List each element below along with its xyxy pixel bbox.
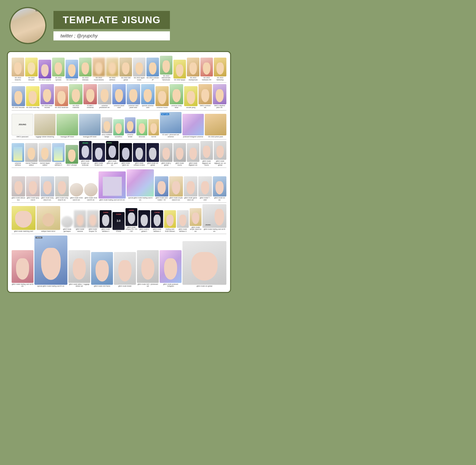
divider bbox=[12, 234, 226, 234]
card-label: SG 2022 makestar bbox=[69, 105, 83, 109]
card-label: glitch mode shopee PH / SG / MY bbox=[126, 226, 137, 232]
card-label: glitch mode glitch ver. bbox=[119, 162, 132, 166]
page-title: TEMPLATE JISUNG bbox=[63, 14, 161, 25]
title-box: TEMPLATE JISUNG bbox=[54, 11, 170, 29]
card-image bbox=[173, 143, 186, 162]
card-label: glitch mode scratch ver. lenticular bbox=[79, 160, 92, 166]
list-item: glitch mode tattoo + luggage sticker set bbox=[68, 250, 90, 287]
card-label: mernel Thailand edition bbox=[25, 162, 38, 166]
card-image: CASH bbox=[151, 210, 163, 228]
list-item: universe binder bbox=[125, 117, 136, 138]
card-image bbox=[25, 58, 38, 76]
card-image: CASH bbox=[126, 208, 137, 226]
card-label: glitch mode mumo bbox=[173, 162, 186, 166]
list-item: glitch mode deluxe box bbox=[12, 176, 25, 201]
card-image bbox=[69, 84, 83, 104]
card-label: SG 2022 ktown4u bbox=[12, 77, 24, 81]
card-image bbox=[26, 176, 40, 197]
list-item: SG 2022 hottracks KR bbox=[200, 58, 213, 81]
card-label: smcu emblem badge bbox=[102, 134, 112, 138]
card-image bbox=[114, 252, 136, 285]
card-label: universe jewel case bbox=[112, 105, 126, 109]
card-label: mernel bbox=[151, 136, 156, 138]
card-image bbox=[39, 60, 51, 78]
card-label: universe mumo bbox=[157, 107, 168, 108]
card-label: glitch mode smtown & store bbox=[133, 162, 145, 166]
card-label: SG 2022 tower records bbox=[41, 105, 54, 109]
card-label: glitch mode lucky draw A ver. bbox=[41, 197, 54, 201]
list-item: SG 2022 photo pack bbox=[205, 114, 226, 138]
card-image bbox=[146, 143, 159, 162]
card-image bbox=[113, 119, 124, 135]
card-label: glitch mode acrylic stand ice ver. bbox=[190, 226, 202, 232]
card-image bbox=[70, 183, 83, 197]
list-item: JISUNG glitch mode glitch ver. glitch ve… bbox=[106, 141, 119, 166]
list-item: glitch mode lucky draw A ver. bbox=[41, 176, 54, 201]
card-image bbox=[55, 176, 69, 197]
card-image bbox=[184, 86, 197, 106]
card-image bbox=[56, 114, 78, 135]
list-item: glitch mode acrylic stand ice ver. bbox=[190, 208, 202, 232]
card-label: SG 2022 SM global bbox=[119, 77, 132, 81]
list-item: CASH3.0 D'festa bbox=[112, 212, 124, 232]
card-image bbox=[160, 56, 173, 74]
card-image bbox=[137, 250, 159, 283]
card-image bbox=[98, 171, 126, 199]
card-label: universe card jewel case bbox=[127, 105, 140, 109]
card-label: glitch mode card holder + ID bbox=[155, 197, 168, 201]
list-item: glitch mode sm global bbox=[146, 143, 159, 166]
list-item: kwangya AR ticket bbox=[79, 114, 101, 138]
list-item: glitch mode glitch ver. bbox=[119, 143, 132, 166]
card-image: CASH3.0 bbox=[112, 212, 124, 230]
card-image bbox=[61, 216, 73, 228]
list-item: special glitch mode trading card A ver. bbox=[127, 169, 154, 201]
card-image bbox=[91, 252, 113, 285]
card-label: mernel Japan edition bbox=[39, 162, 51, 166]
card-image bbox=[183, 114, 204, 135]
card-image bbox=[83, 84, 97, 104]
list-item: SG 2022 SM global bbox=[119, 58, 132, 81]
list-item: universe photobook ver. bbox=[98, 84, 111, 109]
card-label: postcard hologram universe bbox=[183, 136, 203, 138]
list-item: glitch mode scratch ver. bbox=[93, 143, 105, 166]
list-item: glitch mode circle card B ver. bbox=[84, 183, 97, 201]
card-image bbox=[39, 143, 51, 162]
card-image bbox=[68, 250, 90, 283]
twitter-handle: twitter ; @ryupchy bbox=[60, 33, 97, 38]
list-item: SG 2022 interasia bbox=[79, 58, 92, 81]
card-label: universe lucky draw bbox=[170, 105, 183, 109]
card-image: CASH bbox=[100, 210, 112, 228]
list-item: SG 2022 fanveler bbox=[12, 86, 25, 109]
list-item: SG 2022 synnara bbox=[52, 58, 65, 81]
list-item: universe lucky draw bbox=[170, 84, 183, 109]
card-image bbox=[12, 143, 24, 162]
list-item: glitch mode shopee TH bbox=[87, 210, 99, 232]
list-item: glitch mode y global bbox=[160, 143, 173, 166]
list-item: glitch mode trading card set B ver. bbox=[12, 250, 33, 287]
card-label: special universe card bbox=[141, 105, 155, 109]
list-item: glitch mode 4x6 + photocard set bbox=[137, 250, 159, 287]
card-label: universe withfans 2 bbox=[52, 162, 65, 166]
card-label: SMCU passcard bbox=[17, 136, 28, 138]
list-item: glitch mode circle card A ver. bbox=[70, 183, 83, 201]
card-label: SG 2022 interasia bbox=[79, 77, 92, 81]
list-item: glitch mode game store ver. bbox=[184, 176, 197, 201]
list-item: glitch mode T - shirt bbox=[198, 176, 212, 201]
list-item: glitch mode withfans 3 bbox=[177, 210, 189, 232]
card-image bbox=[55, 86, 68, 106]
card-label: SG 2022 kpops bbox=[174, 79, 185, 81]
card-image bbox=[187, 58, 199, 76]
list-item: glitch mode matching card bbox=[12, 206, 36, 232]
card-image bbox=[198, 84, 212, 104]
card-image bbox=[213, 84, 226, 104]
card-image bbox=[213, 176, 226, 197]
title-section: TEMPLATE JISUNG twitter ; @ryupchy bbox=[54, 11, 170, 40]
list-item: somethinc bbox=[113, 119, 124, 138]
list-item: glitch mode mini frame bbox=[91, 252, 113, 287]
divider bbox=[12, 202, 226, 203]
card-label: glitch mode shopee TH bbox=[87, 228, 99, 232]
header: SG LIVE TEMPLATE JISUNG twitter ; @ryupc… bbox=[5, 5, 233, 46]
card-image bbox=[170, 84, 183, 104]
list-item: SG 2022 smtown JP bbox=[146, 58, 159, 81]
card-image bbox=[87, 210, 99, 228]
